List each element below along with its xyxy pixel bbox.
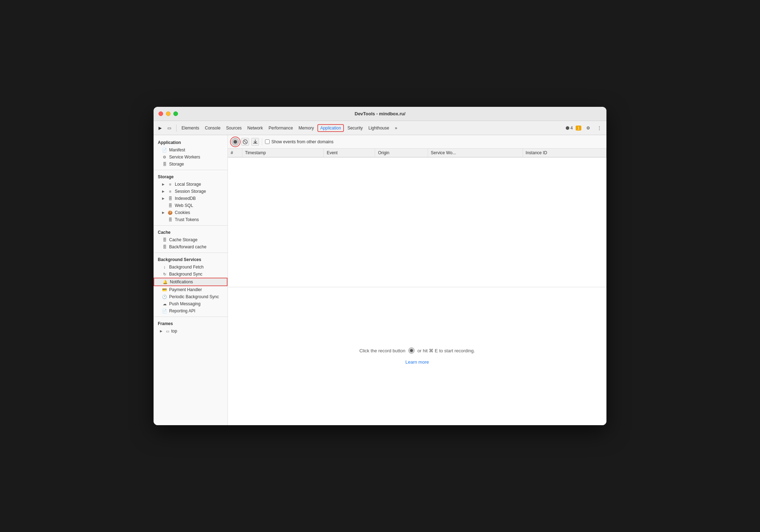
sidebar-item-session-storage[interactable]: ▶ ≡ Session Storage [154,188,228,195]
session-storage-icon: ≡ [168,189,173,194]
background-sync-label: Background Sync [169,272,202,277]
push-messaging-label: Push Messaging [169,301,201,306]
svg-line-1 [244,141,246,143]
tab-elements[interactable]: Elements [179,124,201,132]
clear-button[interactable] [241,138,249,146]
download-button[interactable] [251,138,259,146]
local-storage-label: Local Storage [175,182,201,187]
web-sql-label: Web SQL [175,203,193,208]
table-container: # Timestamp Event Origin Service Wo... I… [228,149,606,287]
maximize-button[interactable] [173,111,178,116]
sidebar-item-trust-tokens[interactable]: ▶ 🗄 Trust Tokens [154,216,228,223]
divider-1 [154,170,228,170]
show-events-checkbox[interactable] [265,139,270,144]
issues-badge[interactable]: 4 [566,126,573,131]
top-frame-icon: ▭ [165,329,170,334]
sidebar-item-local-storage[interactable]: ▶ ≡ Local Storage [154,181,228,188]
close-button[interactable] [159,111,163,116]
sidebar: Application 📄 Manifest ⚙ Service Workers… [154,135,228,425]
tab-network[interactable]: Network [245,124,265,132]
col-hash: # [228,149,242,157]
payment-handler-icon: 💳 [162,287,167,292]
sidebar-item-reporting-api[interactable]: 📄 Reporting API [154,307,228,314]
record-button[interactable] [231,138,239,146]
show-events-label[interactable]: Show events from other domains [265,139,333,144]
session-storage-arrow: ▶ [162,190,166,193]
cache-storage-icon: 🗄 [162,237,167,242]
more-tabs-button[interactable]: » [393,124,399,132]
divider-3 [154,253,228,253]
tab-memory[interactable]: Memory [296,124,316,132]
sidebar-item-push-messaging[interactable]: ☁ Push Messaging [154,300,228,307]
sidebar-item-manifest[interactable]: 📄 Manifest [154,146,228,154]
col-event: Event [324,149,375,157]
tab-security[interactable]: Security [345,124,365,132]
sidebar-item-notifications[interactable]: 🔔 Notifications [154,278,228,286]
service-workers-icon: ⚙ [162,155,167,160]
sidebar-item-top[interactable]: ▶ ▭ top [154,328,228,335]
websql-icon: 🗄 [168,203,173,208]
window-title: DevTools - mindbox.ru/ [355,111,405,116]
sidebar-item-periodic-background-sync[interactable]: 🕐 Periodic Background Sync [154,293,228,300]
cache-storage-label: Cache Storage [169,237,197,242]
sidebar-item-cookies[interactable]: ▶ 🍪 Cookies [154,209,228,216]
main-toolbar: ▶ ▭ Elements Console Sources Network Per… [154,121,606,135]
empty-state: Click the record button or hit ⌘ E to st… [228,287,606,426]
panel-toolbar: Show events from other domains [228,135,606,149]
col-timestamp: Timestamp [242,149,324,157]
devtools-body: Application 📄 Manifest ⚙ Service Workers… [154,135,606,425]
tab-console[interactable]: Console [203,124,223,132]
section-cache: Cache [154,228,228,236]
issues-count: 4 [570,126,573,131]
backforward-cache-icon: 🗄 [162,244,167,249]
service-workers-label: Service Workers [169,155,200,160]
hint-record-button [408,347,415,354]
sidebar-item-storage[interactable]: 🗄 Storage [154,161,228,168]
learn-more-link[interactable]: Learn more [405,359,429,365]
push-messaging-icon: ☁ [162,301,167,306]
section-application: Application [154,138,228,146]
background-fetch-icon: ↕ [162,265,167,270]
manifest-label: Manifest [169,148,185,152]
divider-2 [154,225,228,226]
titlebar: DevTools - mindbox.ru/ [154,107,606,121]
sidebar-item-background-fetch[interactable]: ↕ Background Fetch [154,264,228,271]
periodic-background-sync-label: Periodic Background Sync [169,294,219,299]
record-hint: Click the record button or hit ⌘ E to st… [359,347,475,354]
section-storage: Storage [154,172,228,181]
cookies-arrow: ▶ [162,211,166,214]
sidebar-item-web-sql[interactable]: ▶ 🗄 Web SQL [154,202,228,209]
minimize-button[interactable] [166,111,171,116]
indexeddb-icon: 🗄 [168,196,173,201]
notifications-icon: 🔔 [163,279,168,284]
record-dot [234,140,237,144]
sidebar-item-service-workers[interactable]: ⚙ Service Workers [154,154,228,161]
section-frames: Frames [154,319,228,328]
col-service-worker: Service Wo... [428,149,523,157]
top-arrow: ▶ [160,329,163,333]
download-icon [253,139,258,144]
sidebar-item-indexeddb[interactable]: ▶ 🗄 IndexedDB [154,195,228,202]
tab-application[interactable]: Application [317,124,344,132]
more-options-button[interactable]: ⋮ [595,124,604,132]
sidebar-item-backforward-cache[interactable]: 🗄 Back/forward cache [154,243,228,250]
cursor-tool[interactable]: ▶ [156,124,164,132]
responsive-tool[interactable]: ▭ [165,124,173,132]
local-storage-icon: ≡ [168,182,173,187]
background-sync-icon: ↻ [162,272,167,277]
toolbar-sep-1 [176,125,177,132]
col-origin: Origin [375,149,428,157]
sidebar-item-background-sync[interactable]: ↻ Background Sync [154,271,228,278]
divider-4 [154,317,228,317]
sidebar-item-payment-handler[interactable]: 💳 Payment Handler [154,286,228,293]
tab-lighthouse[interactable]: Lighthouse [366,124,391,132]
session-storage-label: Session Storage [175,189,206,194]
settings-button[interactable]: ⚙ [584,124,592,132]
local-storage-arrow: ▶ [162,183,166,186]
tab-performance[interactable]: Performance [266,124,295,132]
cookies-label: Cookies [175,210,190,215]
storage-app-icon: 🗄 [162,162,167,167]
sidebar-item-cache-storage[interactable]: 🗄 Cache Storage [154,236,228,243]
tab-sources[interactable]: Sources [224,124,244,132]
notifications-label: Notifications [170,279,193,284]
